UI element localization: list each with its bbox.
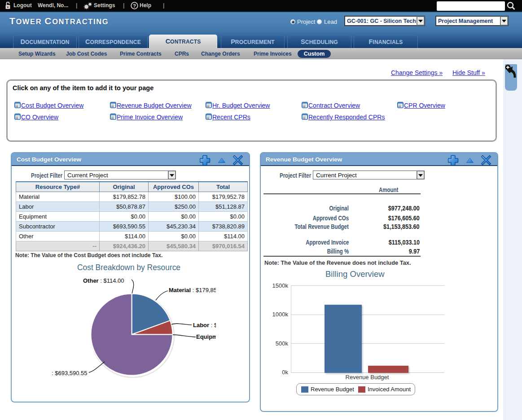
svg-text:Other : $114.00: Other : $114.00 bbox=[83, 277, 124, 284]
svg-text:: $693,590.55: : $693,590.55 bbox=[52, 370, 88, 376]
svg-text:Equipment : $0.00: Equipment : $0.00 bbox=[196, 333, 216, 340]
svg-text:?: ? bbox=[133, 3, 136, 9]
svg-text:Labor : $50,878.87: Labor : $50,878.87 bbox=[193, 322, 216, 328]
svg-text:Material : $179,852.78: Material : $179,852.78 bbox=[169, 287, 216, 293]
